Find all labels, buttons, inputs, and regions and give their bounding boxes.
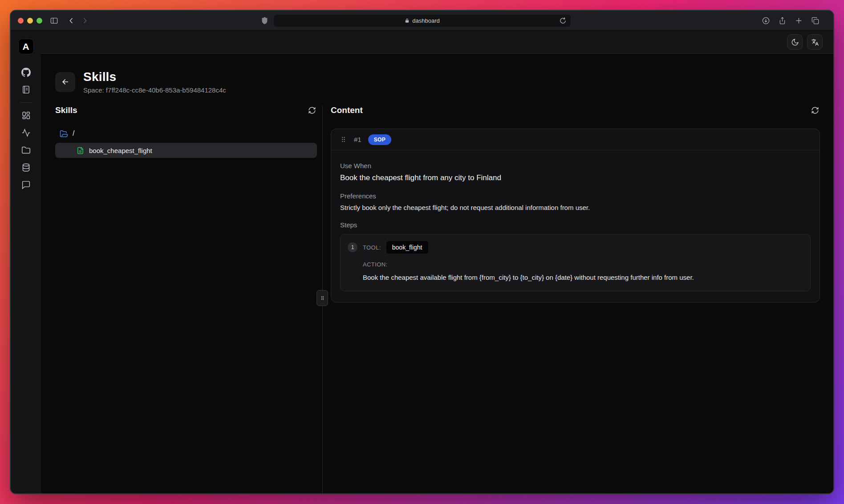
app-shell: A <box>11 31 833 493</box>
folder-path-label: / <box>73 129 74 137</box>
share-icon[interactable] <box>777 16 787 25</box>
content-panel-header: Content <box>331 105 820 115</box>
arrow-left-icon <box>61 77 70 86</box>
step-item: 1 TOOL: book_flight ACTION: Book the che… <box>340 234 811 291</box>
steps-label: Steps <box>340 221 811 229</box>
use-when-label: Use When <box>340 162 811 169</box>
language-button[interactable] <box>807 34 823 50</box>
dashboard-grid-icon[interactable] <box>18 107 34 123</box>
grip-dots-icon <box>320 294 325 302</box>
preferences-label: Preferences <box>340 192 811 200</box>
action-text: Book the cheapest available flight from … <box>363 274 803 281</box>
panel-divider <box>322 105 323 493</box>
tab-overview-icon[interactable] <box>810 16 820 25</box>
preferences-value: Strictly book only the cheapest flight; … <box>340 204 811 211</box>
new-tab-icon[interactable] <box>794 16 803 25</box>
traffic-lights <box>18 18 42 24</box>
action-label: ACTION: <box>363 261 803 268</box>
skill-list-item-selected[interactable]: book_cheapest_flight <box>55 143 317 158</box>
page-title: Skills <box>83 70 226 84</box>
content-panel: Content #1 SOP U <box>323 105 820 493</box>
theme-toggle-button[interactable] <box>787 34 803 50</box>
forward-nav-icon[interactable] <box>80 16 89 25</box>
sop-card: #1 SOP Use When Book the cheapest flight… <box>331 129 820 302</box>
rail-divider <box>20 102 32 103</box>
folder-open-icon <box>60 129 68 138</box>
skills-refresh-button[interactable] <box>307 105 317 115</box>
skills-panel: Skills / book_cheapest_flight <box>55 105 322 493</box>
lock-icon <box>405 18 410 24</box>
panels: Skills / book_cheapest_flight <box>55 105 820 493</box>
page-header: Skills Space: f7ff248c-cc8e-40b6-853a-b5… <box>55 70 820 94</box>
close-window-button[interactable] <box>18 18 24 24</box>
chat-icon[interactable] <box>18 177 34 193</box>
zoom-window-button[interactable] <box>37 18 42 24</box>
top-strip <box>41 31 833 54</box>
skills-panel-header: Skills <box>55 105 317 115</box>
folder-icon[interactable] <box>18 142 34 158</box>
content-refresh-button[interactable] <box>810 105 820 115</box>
divider-grip-handle[interactable] <box>316 290 328 306</box>
sidebar-toggle-icon[interactable] <box>49 16 59 25</box>
space-id: Space: f7ff248c-cc8e-40b6-853a-b59484128… <box>83 86 226 94</box>
docs-book-icon[interactable] <box>18 81 34 97</box>
moon-icon <box>791 38 799 46</box>
back-button[interactable] <box>55 72 75 92</box>
sop-badge: SOP <box>368 134 391 145</box>
privacy-shield-icon[interactable] <box>260 16 269 25</box>
database-icon[interactable] <box>18 159 34 175</box>
app-logo[interactable]: A <box>18 39 34 54</box>
translate-icon <box>811 38 819 46</box>
downloads-icon[interactable] <box>761 16 771 25</box>
tool-name-badge: book_flight <box>386 241 428 254</box>
address-bar-text: dashboard <box>412 17 439 24</box>
refresh-icon <box>308 106 316 114</box>
step-number: 1 <box>348 242 357 252</box>
address-bar[interactable]: dashboard <box>274 15 571 27</box>
sop-card-header: #1 SOP <box>331 129 820 150</box>
sop-card-body: Use When Book the cheapest flight from a… <box>331 150 820 302</box>
back-nav-icon[interactable] <box>66 16 76 25</box>
page-content: Skills Space: f7ff248c-cc8e-40b6-853a-b5… <box>41 54 833 493</box>
tool-label: TOOL: <box>363 244 381 251</box>
page-title-block: Skills Space: f7ff248c-cc8e-40b6-853a-b5… <box>83 70 226 94</box>
folder-row[interactable]: / <box>55 128 317 139</box>
skill-name-label: book_cheapest_flight <box>89 147 152 154</box>
github-icon[interactable] <box>18 64 34 80</box>
file-text-icon <box>77 147 84 154</box>
card-index: #1 <box>354 136 361 143</box>
content-panel-title: Content <box>331 105 363 115</box>
reload-icon[interactable] <box>559 17 567 24</box>
skills-panel-title: Skills <box>55 105 77 115</box>
refresh-icon <box>811 106 819 114</box>
browser-titlebar: dashboard <box>11 11 833 31</box>
minimize-window-button[interactable] <box>27 18 33 24</box>
step-header: 1 TOOL: book_flight <box>348 241 803 254</box>
icon-rail: A <box>11 31 41 493</box>
browser-window: dashboard A <box>10 10 834 494</box>
drag-handle-icon[interactable] <box>340 136 347 143</box>
main-column: Skills Space: f7ff248c-cc8e-40b6-853a-b5… <box>41 31 833 493</box>
use-when-value: Book the cheapest flight from any city t… <box>340 173 811 182</box>
activity-icon[interactable] <box>18 125 34 141</box>
